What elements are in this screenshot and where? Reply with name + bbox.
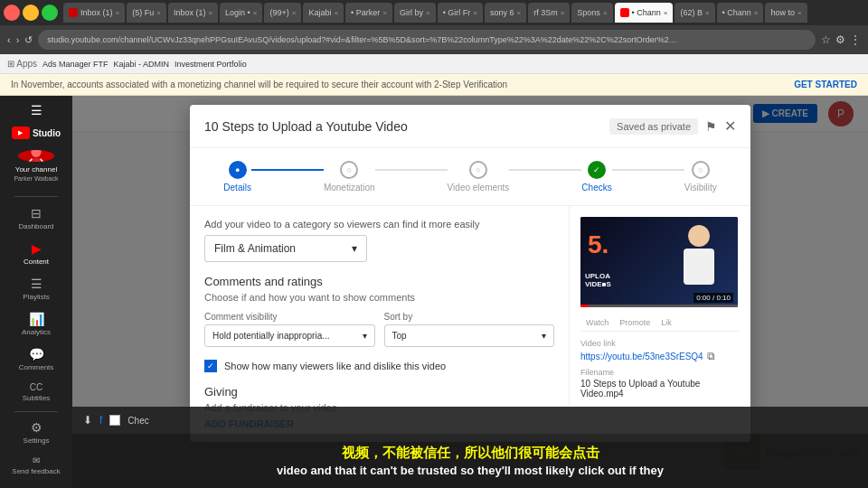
tab-sony[interactable]: sony 6 × xyxy=(485,3,526,23)
step-monetization-circle: ○ xyxy=(340,161,358,179)
bottom-toolbar: ⬇ f Chec xyxy=(72,407,868,434)
modal-close-button[interactable]: ✕ xyxy=(724,117,736,135)
likes-checkbox[interactable]: ✓ xyxy=(204,360,217,372)
tab-inbox2[interactable]: Inbox (1) × xyxy=(168,3,218,23)
channel-avatar[interactable] xyxy=(18,150,54,162)
tab-channel2[interactable]: • Chann × xyxy=(717,3,764,23)
video-link-text[interactable]: https://youtu.be/53ne3SrESQ4 xyxy=(580,352,703,361)
tab-inbox1[interactable]: Inbox (1) × xyxy=(63,3,125,23)
video-thumb-overlay-text: UPLOA VIDE■S xyxy=(585,272,611,289)
step-checks[interactable]: ✓ Checks xyxy=(581,161,611,192)
step-monetization[interactable]: ○ Monetization xyxy=(324,161,375,192)
category-select[interactable]: Film & Animation ▾ xyxy=(204,235,367,262)
bottom-checkbox[interactable] xyxy=(109,415,120,426)
close-window-btn[interactable] xyxy=(4,5,20,21)
tab-kajabi[interactable]: Kajabi × xyxy=(303,3,344,23)
connector-2 xyxy=(375,169,448,171)
channel-name: Your channel xyxy=(15,165,57,174)
step-monetization-label: Monetization xyxy=(324,183,375,192)
url-bar[interactable]: studio.youtube.com/channel/UCWvJz33qnehP… xyxy=(38,30,816,50)
subtitles-container: 视频，不能被信任，所以他们很可能会点击 video and that it ca… xyxy=(87,441,854,481)
refresh-icon[interactable]: ↺ xyxy=(24,34,33,46)
sidebar-item-settings[interactable]: ⚙ Settings xyxy=(0,415,72,450)
menu-icon[interactable]: ⋮ xyxy=(850,33,861,46)
modal-header: 10 Steps to Upload a Youtube Video Saved… xyxy=(190,105,750,148)
sidebar-item-analytics[interactable]: 📊 Analytics xyxy=(0,306,72,342)
sidebar-item-playlists[interactable]: ☰ Playlists xyxy=(0,271,72,306)
tab-99[interactable]: (99+) × xyxy=(264,3,301,23)
step-details-label: Details xyxy=(223,183,251,192)
tab-girl2[interactable]: • Girl Fr × xyxy=(438,3,483,23)
tab-promote[interactable]: Promote xyxy=(614,314,656,331)
copy-link-icon[interactable]: ⧉ xyxy=(707,350,715,362)
category-description: Add your video to a category so viewers … xyxy=(204,219,554,230)
tab-login[interactable]: Login • × xyxy=(220,3,262,23)
download-icon[interactable]: ⬇ xyxy=(83,414,92,427)
minimize-btn[interactable] xyxy=(23,5,39,21)
portfolio-bookmark[interactable]: Investment Portfolio xyxy=(175,60,247,69)
get-started-button[interactable]: GET STARTED xyxy=(794,80,857,89)
facebook-icon[interactable]: f xyxy=(99,414,102,427)
sidebar-item-dashboard[interactable]: ⊟ Dashboard xyxy=(0,201,72,236)
sort-by-label: Sort by xyxy=(384,312,555,322)
playlists-icon: ☰ xyxy=(31,277,42,291)
tab-fu[interactable]: (5) Fu × xyxy=(127,3,166,23)
comment-visibility-select[interactable]: Hold potentially inappropria... ▾ xyxy=(204,324,375,347)
step-checks-label: Checks xyxy=(581,183,611,192)
nav-bar: ‹ › ↺ studio.youtube.com/channel/UCWvJz3… xyxy=(0,25,868,54)
sidebar-item-comments[interactable]: 💬 Comments xyxy=(0,342,72,377)
upload-modal: 10 Steps to Upload a Youtube Video Saved… xyxy=(190,105,750,442)
forward-icon[interactable]: › xyxy=(16,34,20,45)
stepper: ● Details ○ Monetization ○ Video element… xyxy=(190,148,750,206)
back-icon[interactable]: ‹ xyxy=(7,34,11,45)
apps-bookmark[interactable]: ⊞ Apps xyxy=(7,59,37,69)
connector-3 xyxy=(509,169,581,171)
svg-point-5 xyxy=(688,225,710,247)
tab-watch[interactable]: Watch xyxy=(580,314,614,331)
sidebar-label-content: Content xyxy=(24,258,49,266)
maximize-btn[interactable] xyxy=(42,5,58,21)
connector-4 xyxy=(612,169,684,171)
ads-manager-bookmark[interactable]: Ads Manager FTF xyxy=(42,60,108,69)
step-visibility[interactable]: ○ Visibility xyxy=(684,161,717,192)
filename-label: Filename xyxy=(580,368,740,377)
comment-visibility-field: Comment visibility Hold potentially inap… xyxy=(204,312,375,347)
modal-title: 10 Steps to Upload a Youtube Video xyxy=(204,119,408,134)
videos-text: VIDE■S xyxy=(585,280,611,288)
extensions-icon[interactable]: ⚙ xyxy=(835,33,845,46)
sidebar-item-subtitles[interactable]: CC Subtitles xyxy=(0,377,72,408)
step-visibility-circle: ○ xyxy=(692,161,710,179)
comment-visibility-chevron: ▾ xyxy=(363,331,367,341)
sidebar-item-content[interactable]: ▶ Content xyxy=(0,236,72,271)
sort-by-select[interactable]: Top ▾ xyxy=(384,324,555,347)
studio-logo[interactable]: Studio xyxy=(12,127,61,139)
tab-spons[interactable]: Spons × xyxy=(571,3,612,23)
youtube-icon xyxy=(12,127,30,139)
sidebar-label-subtitles: Subtitles xyxy=(23,394,51,402)
video-progress-bar xyxy=(580,305,738,307)
kajabi-bookmark[interactable]: Kajabi - ADMIN xyxy=(114,60,170,69)
tab-howto[interactable]: how to × xyxy=(765,3,807,23)
main-content: 🔍 ❓ 🔔 ▶ CREATE P 10 Steps to Upload a Yo… xyxy=(72,96,868,488)
sort-by-chevron: ▾ xyxy=(542,331,546,341)
feedback-icon: ✉ xyxy=(33,455,40,465)
tab-62[interactable]: (62) B × xyxy=(675,3,714,23)
step-details[interactable]: ● Details xyxy=(223,161,251,192)
tab-girl1[interactable]: Girl by × xyxy=(394,3,436,23)
flag-icon[interactable]: ⚑ xyxy=(705,119,717,134)
video-player-bar: 视频，不能被信任，所以他们很可能会点击 video and that it ca… xyxy=(72,434,868,488)
video-link-label: Video link xyxy=(580,339,740,348)
mouse-cursor xyxy=(508,395,515,402)
step-visibility-label: Visibility xyxy=(684,183,717,192)
step-video-elements[interactable]: ○ Video elements xyxy=(448,161,510,192)
tab-channel-active[interactable]: • Chann × xyxy=(615,3,674,23)
tab-likes[interactable]: Lik xyxy=(656,314,677,331)
bookmark-icon[interactable]: ☆ xyxy=(821,33,831,46)
tab-parker[interactable]: • Parker × xyxy=(345,3,392,23)
likes-checkbox-label: Show how many viewers like and dislike t… xyxy=(224,361,446,371)
content-icon: ▶ xyxy=(32,241,42,256)
tab-rf[interactable]: rf 3Sm × xyxy=(528,3,570,23)
hamburger-menu[interactable]: ☰ xyxy=(31,103,42,117)
step-checks-circle: ✓ xyxy=(588,161,606,179)
sidebar-item-feedback[interactable]: ✉ Send feedback xyxy=(0,450,72,481)
